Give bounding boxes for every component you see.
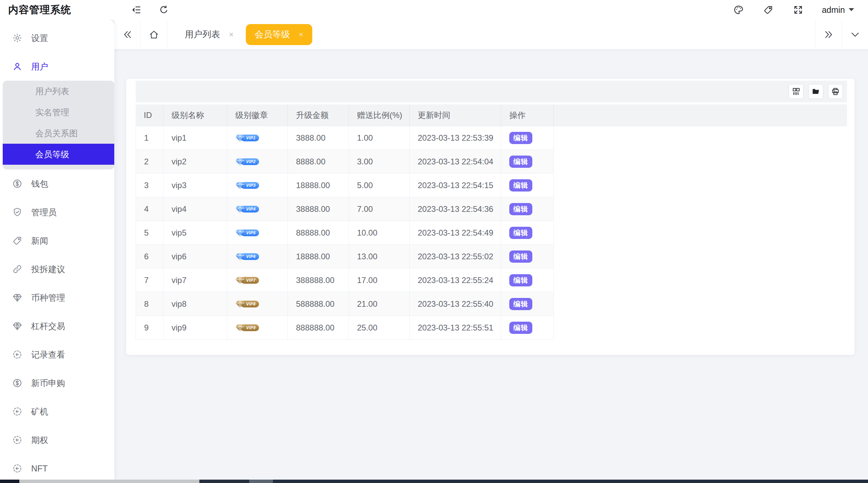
sidebar-item-label: 新币申购 <box>31 378 65 389</box>
expand-right-button[interactable] <box>815 20 842 49</box>
cell-upgrade-amount: 88888.00 <box>288 221 349 245</box>
member-level-table: ID级别名称级别徽章升级金额赠送比例(%)更新时间操作 1vip1VIP1388… <box>136 104 847 340</box>
sidebar-item-nft[interactable]: NFT <box>0 454 114 480</box>
cell-id: 8 <box>136 292 163 316</box>
edit-button[interactable]: 编辑 <box>509 250 532 263</box>
cell-actions: 编辑 <box>501 197 554 221</box>
sidebar-item-news[interactable]: 新闻 <box>0 226 114 255</box>
sidebar-item-new-coin-subscribe[interactable]: 新币申购 <box>0 369 114 397</box>
sidebar-item-label: 期权 <box>31 435 48 446</box>
cell-update-time: 2023-03-13 22:55:40 <box>410 292 501 316</box>
export-button[interactable] <box>808 84 823 99</box>
edit-button[interactable]: 编辑 <box>509 274 532 286</box>
print-button[interactable] <box>828 84 843 99</box>
cell-id: 5 <box>136 221 163 245</box>
columns-button[interactable] <box>789 84 804 99</box>
cell-update-time: 2023-03-13 22:54:04 <box>410 150 501 174</box>
edit-button[interactable]: 编辑 <box>509 132 532 144</box>
cell-actions: 编辑 <box>501 174 554 197</box>
table-row-vip6: 6vip6VIP618888.0013.002023-03-13 22:55:0… <box>136 245 847 268</box>
sidebar-item-users[interactable]: 用户 <box>0 52 114 81</box>
cell-id: 3 <box>136 174 163 197</box>
refresh-icon <box>159 5 169 15</box>
tab-right-tools <box>815 20 868 49</box>
edit-button[interactable]: 编辑 <box>509 298 532 310</box>
column-header-upgrade-amount: 升级金额 <box>288 104 349 126</box>
row-filler <box>554 197 847 221</box>
cell-bonus-ratio: 25.00 <box>349 316 410 340</box>
app-title: 内容管理系统 <box>0 3 114 17</box>
table-row-vip2: 2vip2VIP28888.003.002023-03-13 22:54:04编… <box>136 150 847 174</box>
user-menu[interactable]: admin <box>822 5 854 15</box>
sidebar-item-feedback[interactable]: 投拆建议 <box>0 255 114 283</box>
edit-button[interactable]: 编辑 <box>509 203 532 215</box>
edit-button[interactable]: 编辑 <box>509 156 532 168</box>
cell-upgrade-amount: 3888.00 <box>288 126 349 150</box>
diamond-icon <box>12 321 22 331</box>
gauge-icon <box>12 463 22 474</box>
tab-member-level[interactable]: 会员等级× <box>246 24 312 45</box>
sidebar-item-miner[interactable]: 矿机 <box>0 397 114 426</box>
diamond-gem-icon <box>235 300 245 308</box>
link-icon <box>12 264 22 274</box>
cell-id: 6 <box>136 245 163 268</box>
sidebar-subitem-member-level[interactable]: 会员等级 <box>3 144 114 165</box>
fullscreen-button[interactable] <box>792 4 804 16</box>
collapse-left-button[interactable] <box>114 20 141 49</box>
sidebar-item-coin-manage[interactable]: 币种管理 <box>0 283 114 312</box>
sidebar-item-settings[interactable]: 设置 <box>0 24 114 52</box>
cell-upgrade-amount: 888888.00 <box>288 316 349 340</box>
sidebar-subitem-member-relation-graph[interactable]: 会员关系图 <box>3 123 114 144</box>
tags-button[interactable] <box>762 4 774 16</box>
fold-button[interactable] <box>131 4 143 16</box>
column-header-id: ID <box>136 104 163 126</box>
refresh-button[interactable] <box>158 4 170 16</box>
tab-close-icon[interactable]: × <box>299 30 303 39</box>
cell-level-name: vip2 <box>163 150 227 174</box>
tab-user-list[interactable]: 用户列表× <box>176 24 242 45</box>
content-card: ID级别名称级别徽章升级金额赠送比例(%)更新时间操作 1vip1VIP1388… <box>126 79 854 355</box>
sidebar-item-leverage-trade[interactable]: 杠杆交易 <box>0 312 114 340</box>
username-label: admin <box>822 5 845 15</box>
sidebar-item-administrators[interactable]: 管理员 <box>0 198 114 226</box>
tab-bar: 用户列表×会员等级× <box>114 20 868 49</box>
cell-id: 2 <box>136 150 163 174</box>
vip-badge-blue: VIP3 <box>235 181 259 190</box>
theme-button[interactable] <box>732 4 745 16</box>
diamond-gem-icon <box>235 276 245 284</box>
vip-badge-gold: VIP8 <box>235 299 259 309</box>
sidebar-item-label: 矿机 <box>31 406 48 417</box>
cell-id: 1 <box>136 126 163 150</box>
shield-icon <box>12 207 22 217</box>
cell-actions: 编辑 <box>501 245 554 268</box>
sidebar-item-options[interactable]: 期权 <box>0 426 114 454</box>
home-icon <box>149 29 159 40</box>
sidebar-item-label: NFT <box>31 464 48 474</box>
tab-close-icon[interactable]: × <box>229 30 234 39</box>
sidebar-item-wallet[interactable]: 钱包 <box>0 169 114 198</box>
cell-actions: 编辑 <box>501 126 554 150</box>
sidebar-subitem-user-list[interactable]: 用户列表 <box>3 81 114 102</box>
column-header-filler <box>554 104 847 126</box>
scrollbar-thumb[interactable] <box>19 480 199 483</box>
top-header-bar: 内容管理系统 admin <box>0 0 868 20</box>
edit-button[interactable]: 编辑 <box>509 179 532 192</box>
horizontal-scrollbar[interactable] <box>0 480 868 483</box>
header-right-icons: admin <box>732 4 868 16</box>
sidebar-item-label: 管理员 <box>31 207 57 218</box>
cell-update-time: 2023-03-13 22:54:15 <box>410 174 501 197</box>
row-filler <box>554 292 847 316</box>
palette-icon <box>733 5 744 15</box>
caret-down-icon <box>848 7 854 12</box>
home-button[interactable] <box>141 20 167 49</box>
cell-upgrade-amount: 388888.00 <box>288 268 349 292</box>
edit-button[interactable]: 编辑 <box>509 227 532 239</box>
cell-bonus-ratio: 13.00 <box>349 245 410 268</box>
sidebar-subitem-realname-manage[interactable]: 实名管理 <box>3 102 114 123</box>
edit-button[interactable]: 编辑 <box>509 322 532 334</box>
more-button[interactable] <box>842 20 868 49</box>
main-content-area: ID级别名称级别徽章升级金额赠送比例(%)更新时间操作 1vip1VIP1388… <box>114 49 868 480</box>
vip-badge-blue: VIP2 <box>235 157 259 166</box>
sidebar-item-record-view[interactable]: 记录查看 <box>0 340 114 369</box>
cell-update-time: 2023-03-13 22:55:02 <box>410 245 501 268</box>
